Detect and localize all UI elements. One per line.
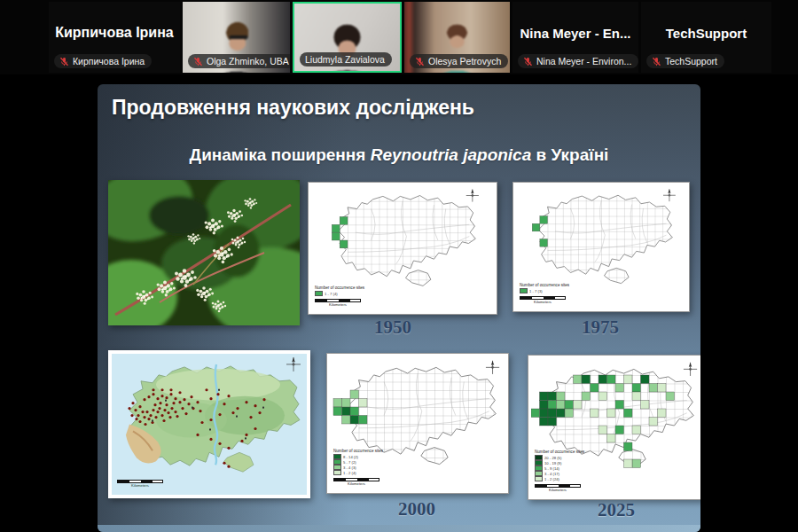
slide-bottom-edge <box>98 525 700 532</box>
map-caption-2025: 2025 <box>528 499 700 521</box>
participant-name: Nina Meyer - En... <box>520 26 630 41</box>
ukraine-grid-map-1950 <box>311 185 494 295</box>
map-legend: Number of occurrence sites8 - 14 (2)5 - … <box>333 449 383 475</box>
scale-bar-label: Kilometers <box>315 302 361 307</box>
map-legend: Number of occurrence sites1 - 7 (3) <box>520 283 569 293</box>
map-2025: Number of occurrence sites20 - 28 (5)10 … <box>528 355 700 500</box>
plant-photo-art <box>108 180 300 325</box>
meeting-window: { "colors":{"active_border":"#23d57c","m… <box>0 0 798 532</box>
plant-photo-reynoutria <box>108 180 300 325</box>
name-pill: TechSupport <box>646 54 724 68</box>
subtitle-species-name: Reynoutria japonica <box>371 145 532 164</box>
name-pill-label: TechSupport <box>665 56 717 66</box>
name-pill-label: Olesya Petrovych <box>428 56 501 66</box>
name-pill: Nina Meyer - Environ... <box>518 54 638 68</box>
scale-bar-label: Kilometers <box>117 483 163 488</box>
map-legend: Number of occurrence sites1 - 7 (4) <box>315 286 364 296</box>
participant-strip: Кирпичова Ірина Кирпичова Ірина Olga Zhm… <box>0 0 798 74</box>
name-pill-label: Olga Zhminko, UBA <box>207 56 289 66</box>
map-1950: Number of occurrence sites1 - 7 (4) Kilo… <box>308 182 497 315</box>
scale-bar: Kilometers <box>535 484 581 493</box>
compass-icon <box>663 189 676 201</box>
name-pill-label: Liudmyla Zavialova <box>305 54 385 65</box>
compass-icon <box>486 361 499 374</box>
map-legend: Number of occurrence sites20 - 28 (5)10 … <box>535 450 584 481</box>
scale-bar: Kilometers <box>520 296 566 305</box>
map-caption-1975: 1975 <box>512 317 688 339</box>
scale-bar-label: Kilometers <box>535 488 581 492</box>
participant-tile-active-speaker[interactable]: Liudmyla Zavialova <box>293 2 402 73</box>
mic-muted-icon <box>193 57 203 66</box>
map-caption-1950: 1950 <box>308 317 478 339</box>
participant-tile[interactable]: Nina Meyer - En... Nina Meyer - Environ.… <box>512 2 638 73</box>
mic-muted-icon <box>523 57 533 66</box>
map-1975: Number of occurrence sites1 - 7 (3) Kilo… <box>512 182 690 312</box>
slide-subtitle: Динаміка поширення Reynoutria japonica в… <box>98 145 700 165</box>
participant-tile[interactable]: Olga Zhminko, UBA <box>183 2 290 73</box>
name-pill: Кирпичова Ірина <box>54 54 152 68</box>
mic-muted-icon <box>59 57 69 66</box>
compass-icon <box>684 363 697 376</box>
participant-tile[interactable]: Olesya Petrovych <box>404 2 510 73</box>
mic-muted-icon <box>415 57 425 66</box>
scale-bar: Kilometers <box>333 478 379 487</box>
scale-bar-label: Kilometers <box>520 300 566 304</box>
name-pill: Olesya Petrovych <box>410 54 508 68</box>
mic-muted-icon <box>652 57 661 66</box>
participant-name: Кирпичова Ірина <box>55 25 174 41</box>
name-pill-label: Кирпичова Ірина <box>73 56 145 66</box>
shared-screen-slide: Продовження наукових досліджень Динаміка… <box>98 84 700 532</box>
map-2000: Number of occurrence sites8 - 14 (2)5 - … <box>326 353 509 494</box>
participant-name: TechSupport <box>666 26 747 41</box>
topo-map-art <box>112 354 307 495</box>
participant-tile[interactable]: Кирпичова Ірина Кирпичова Ірина <box>49 2 180 73</box>
scale-bar: Kilometers <box>315 299 361 308</box>
scale-bar-label: Kilometers <box>333 481 379 486</box>
scale-bar: Kilometers <box>117 480 163 489</box>
name-pill-label: Nina Meyer - Environ... <box>536 56 631 66</box>
name-pill: Liudmyla Zavialova <box>300 52 392 66</box>
participant-tile[interactable]: TechSupport TechSupport <box>641 2 771 73</box>
ukraine-grid-map-1975 <box>516 185 686 293</box>
name-pill: Olga Zhminko, UBA <box>188 54 290 68</box>
slide-title: Продовження наукових досліджень <box>112 96 474 120</box>
topographic-map-ukraine: Kilometers <box>108 350 310 498</box>
subtitle-prefix: Динаміка поширення <box>190 145 371 164</box>
subtitle-suffix: в Україні <box>531 145 608 164</box>
compass-icon <box>466 189 479 201</box>
map-caption-2000: 2000 <box>326 498 507 520</box>
